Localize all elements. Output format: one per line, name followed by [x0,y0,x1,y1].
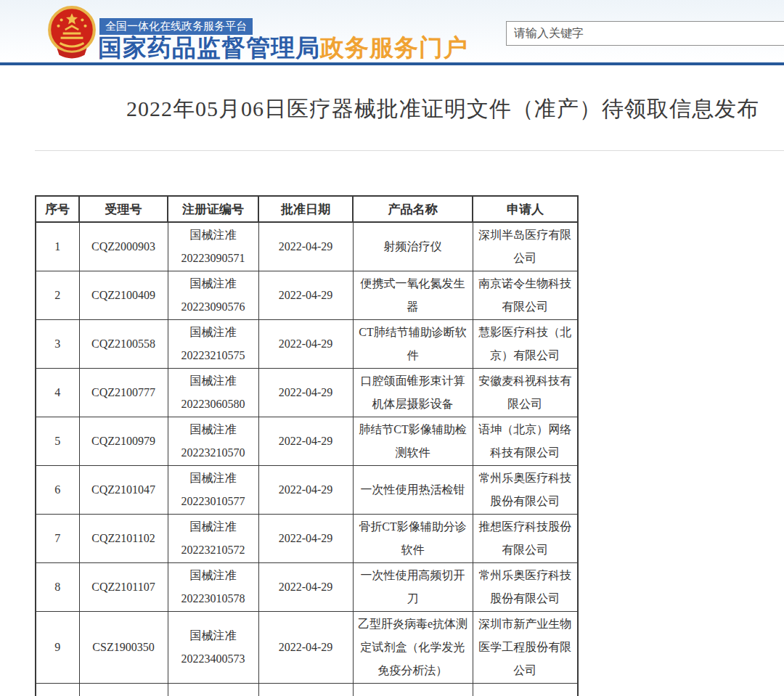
table-row: 8 CQZ2101107 国械注准 20223010578 2022-04-29… [36,563,578,612]
cell-acceptance-no: CQZ2000903 [79,222,168,271]
table-row: 4 CQZ2100777 国械注准 20223060580 2022-04-29… [36,369,578,417]
cell-reg-cert-no: 国械注准 20223060580 [168,369,258,417]
cell-serial-no: 1 [36,222,79,271]
cell-applicant: 南京诺令生物科技有限公司 [473,271,578,320]
cell-acceptance-no: CQZ2100979 [79,417,168,466]
cell-reg-cert-no: 国械注准 20223010578 [168,563,258,612]
cell-approval-date: 2022-04-29 [258,320,353,369]
col-header-reg-cert-no: 注册证编号 [168,196,258,222]
cell-serial-no: 9 [36,612,79,684]
cell-product-name: 一次性使用高频切开刀 [353,563,473,612]
cell-product-name: 骨折CT影像辅助分诊软件 [353,515,473,563]
cell-approval-date: 2022-04-29 [258,466,353,515]
cell-serial-no: 8 [36,563,79,612]
national-emblem-logo [45,5,99,59]
cell-applicant: 深圳市新产业生物医学工程股份有限公司 [473,612,578,684]
cell-acceptance-no: CSZ1900350 [79,612,168,684]
approval-table-body: 1 CQZ2000903 国械注准 20223090571 2022-04-29… [36,222,578,696]
cell-product-name: 乙型肝炎病毒e抗体测定试剂盒（化学发光免疫分析法） [353,612,473,684]
col-header-applicant: 申请人 [473,196,578,222]
cell-approval-date: 2022-04-29 [258,417,353,466]
cell-reg-cert-no: 国械注准 20223210575 [168,320,258,369]
cell-reg-cert-no: 国械注准 20223090571 [168,222,258,271]
table-row-partial [36,684,578,696]
cell-acceptance-no: CQZ2101102 [79,515,168,563]
cell-acceptance-no: CQZ2101107 [79,563,168,612]
col-header-acceptance-no: 受理号 [79,196,168,222]
cell-product-name: 口腔颌面锥形束计算机体层摄影设备 [353,369,473,417]
cell-approval-date: 2022-04-29 [258,612,353,684]
cell-reg-cert-no: 国械注准 20223400573 [168,612,258,684]
cell-serial-no: 7 [36,515,79,563]
cell-approval-date: 2022-04-29 [258,369,353,417]
cell-product-name: CT肺结节辅助诊断软件 [353,320,473,369]
cell-approval-date: 2022-04-29 [258,515,353,563]
cell-product-name: 肺结节CT影像辅助检测软件 [353,417,473,466]
cell-applicant: 深圳半岛医疗有限公司 [473,222,578,271]
site-brand: 国家药品监督管理局政务服务门户 [98,32,468,65]
table-row: 7 CQZ2101102 国械注准 20223210572 2022-04-29… [36,515,578,563]
cell-applicant: 常州乐奥医疗科技股份有限公司 [473,563,578,612]
cell-applicant: 语坤（北京）网络科技有限公司 [473,417,578,466]
col-header-approval-date: 批准日期 [258,196,353,222]
cell-acceptance-no: CQZ2101047 [79,466,168,515]
cell-reg-cert-no: 国械注准 20223090576 [168,271,258,320]
page-title: 2022年05月06日医疗器械批准证明文件（准产）待领取信息发布 [51,94,784,124]
cell-acceptance-no: CQZ2100409 [79,271,168,320]
col-header-no: 序号 [36,196,79,222]
cell-product-name: 一次性使用热活检钳 [353,466,473,515]
cell-approval-date: 2022-04-29 [258,222,353,271]
table-row: 9 CSZ1900350 国械注准 20223400573 2022-04-29… [36,612,578,684]
table-row: 5 CQZ2100979 国械注准 20223210570 2022-04-29… [36,417,578,466]
cell-applicant: 慧影医疗科技（北京）有限公司 [473,320,578,369]
cell-reg-cert-no: 国械注准 20223210570 [168,417,258,466]
cell-reg-cert-no: 国械注准 20223210572 [168,515,258,563]
table-row: 1 CQZ2000903 国械注准 20223090571 2022-04-29… [36,222,578,271]
approval-table: 序号 受理号 注册证编号 批准日期 产品名称 申请人 1 CQZ2000903 … [35,195,579,696]
cell-serial-no: 4 [36,369,79,417]
site-header: 全国一体化在线政务服务平台 国家药品监督管理局政务服务门户 [0,0,784,62]
cell-applicant: 常州乐奥医疗科技股份有限公司 [473,466,578,515]
cell-product-name: 射频治疗仪 [353,222,473,271]
table-row: 2 CQZ2100409 国械注准 20223090576 2022-04-29… [36,271,578,320]
site-name: 国家药品监督管理局 [98,34,320,61]
table-row: 3 CQZ2100558 国械注准 20223210575 2022-04-29… [36,320,578,369]
cell-serial-no: 3 [36,320,79,369]
cell-serial-no: 2 [36,271,79,320]
table-row: 6 CQZ2101047 国械注准 20223010577 2022-04-29… [36,466,578,515]
cell-acceptance-no: CQZ2100558 [79,320,168,369]
cell-reg-cert-no: 国械注准 20223010577 [168,466,258,515]
cell-approval-date: 2022-04-29 [258,271,353,320]
cell-approval-date: 2022-04-29 [258,563,353,612]
cell-applicant: 安徽麦科视科技有限公司 [473,369,578,417]
main-content: 2022年05月06日医疗器械批准证明文件（准产）待领取信息发布 序号 受理号 … [0,94,784,696]
cell-serial-no: 6 [36,466,79,515]
col-header-product-name: 产品名称 [353,196,473,222]
approval-table-header: 序号 受理号 注册证编号 批准日期 产品名称 申请人 [36,196,578,222]
cell-acceptance-no: CQZ2100777 [79,369,168,417]
portal-name: 政务服务门户 [320,34,468,61]
title-divider [35,150,784,151]
search-input[interactable] [506,21,784,46]
cell-product-name: 便携式一氧化氮发生器 [353,271,473,320]
cell-applicant: 推想医疗科技股份有限公司 [473,515,578,563]
cell-serial-no: 5 [36,417,79,466]
